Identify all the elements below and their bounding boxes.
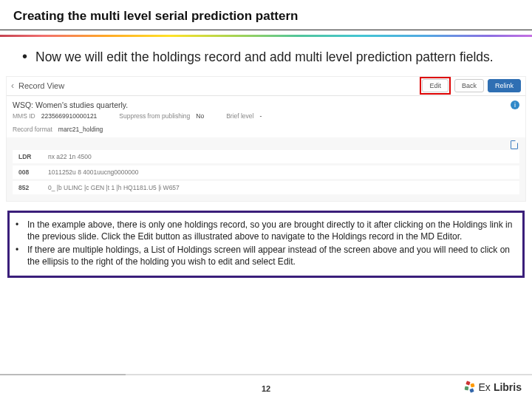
marc-ldr-tag: LDR xyxy=(18,153,38,160)
logo-ex: Ex xyxy=(479,381,491,393)
marc-008-tag: 008 xyxy=(18,168,38,176)
back-button[interactable]: Back xyxy=(454,79,484,92)
metadata-row-2: Record formatmarc21_holding xyxy=(7,124,525,137)
footer-divider xyxy=(0,374,532,375)
edit-button[interactable]: Edit xyxy=(422,79,449,92)
record-toolbar: ‹ Record View Edit Back Relink xyxy=(7,77,525,96)
page-number: 12 xyxy=(0,384,532,393)
note-bullet: • xyxy=(16,244,27,267)
edit-button-highlight: Edit xyxy=(420,77,451,95)
metadata-row-1: MMS ID2235669910000121 Suppress from pub… xyxy=(7,111,525,124)
suppress-label: Suppress from publishing xyxy=(119,112,190,120)
recfmt-value: marc21_holding xyxy=(58,126,103,133)
note-bullet: • xyxy=(16,219,27,242)
note-text-2: If there are multiple holdings, a List o… xyxy=(27,244,516,267)
brief-value: - xyxy=(259,112,262,120)
marc-008-value: 1011252u 8 4001uucng0000000 xyxy=(48,168,138,176)
marc-852-row: 852 0_ |b ULINC |c GEN |t 1 |h HQ1181.U5… xyxy=(13,181,519,194)
rainbow-divider xyxy=(0,35,532,37)
marc-008-row: 008 1011252u 8 4001uucng0000000 xyxy=(13,166,519,179)
main-bullet: • Now we will edit the holdings record a… xyxy=(0,37,532,73)
record-title: WSQ: Women's studies quarterly. xyxy=(13,100,128,109)
marc-area: LDR nx a22 1n 4500 008 1011252u 8 4001uu… xyxy=(7,137,525,201)
relink-button[interactable]: Relink xyxy=(488,79,521,92)
embedded-screenshot: ‹ Record View Edit Back Relink WSQ: Wome… xyxy=(6,76,526,202)
instructor-note-box: •In the example above, there is only one… xyxy=(7,211,525,278)
suppress-value: No xyxy=(196,112,204,120)
document-icon[interactable] xyxy=(511,140,518,149)
marc-ldr-row: LDR nx a22 1n 4500 xyxy=(13,150,519,163)
recfmt-label: Record format xyxy=(13,126,52,133)
marc-ldr-value: nx a22 1n 4500 xyxy=(48,153,92,160)
main-bullet-text: Now we will edit the holdings record and… xyxy=(35,49,494,66)
slide-title: Creating the multi level serial predicti… xyxy=(0,0,532,30)
bullet-dot: • xyxy=(22,49,35,66)
mmsid-label: MMS ID xyxy=(13,112,35,120)
marc-852-tag: 852 xyxy=(18,184,38,191)
logo-libris: Libris xyxy=(494,381,522,393)
marc-852-value: 0_ |b ULINC |c GEN |t 1 |h HQ1181.U5 |i … xyxy=(48,184,180,191)
back-chevron-icon[interactable]: ‹ xyxy=(11,81,14,91)
mmsid-value: 2235669910000121 xyxy=(41,112,98,120)
info-icon[interactable]: i xyxy=(511,100,519,109)
record-view-label: Record View xyxy=(18,81,64,90)
exlibris-logo: ExLibris xyxy=(464,381,522,393)
logo-mark-icon xyxy=(464,381,476,393)
note-text-1: In the example above, there is only one … xyxy=(27,219,516,242)
brief-label: Brief level xyxy=(226,112,253,120)
